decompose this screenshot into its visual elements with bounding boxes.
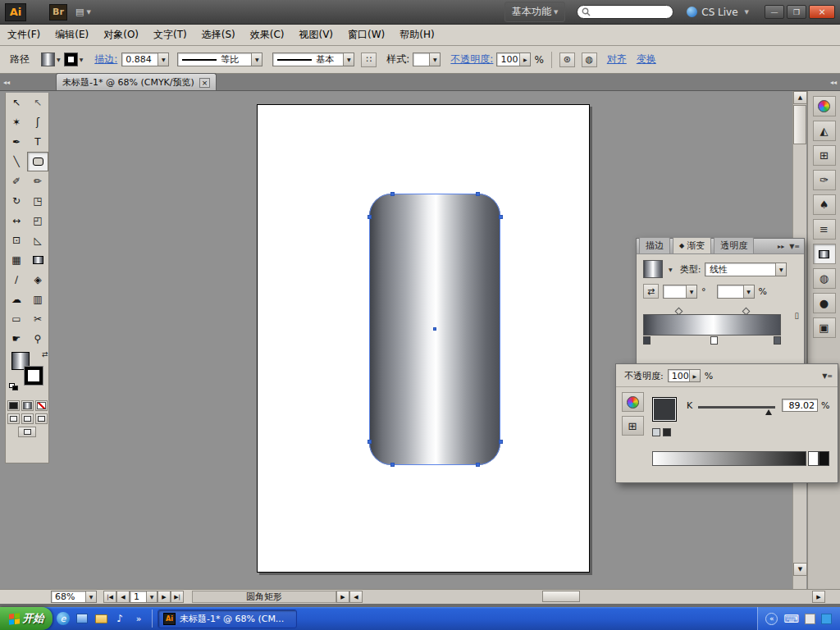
color-panel-icon[interactable] bbox=[813, 96, 836, 116]
line-segment-tool[interactable]: ╲ bbox=[6, 152, 27, 171]
mesh-tool[interactable]: ▦ bbox=[6, 250, 27, 270]
menu-object[interactable]: 对象(O) bbox=[96, 25, 146, 45]
tray-collapse-icon[interactable]: « bbox=[765, 613, 778, 625]
reverse-gradient-icon[interactable]: ⇄ bbox=[643, 284, 659, 299]
scroll-left-icon[interactable]: ◀ bbox=[349, 591, 363, 603]
opacity-spin-icon[interactable]: ▶ bbox=[519, 53, 530, 66]
keyboard-layout-icon[interactable]: ⌨ bbox=[783, 613, 799, 625]
menu-select[interactable]: 选择(S) bbox=[194, 25, 243, 45]
transform-link[interactable]: 变换 bbox=[637, 52, 656, 66]
rotate-tool[interactable]: ↻ bbox=[6, 191, 27, 211]
opacity-input[interactable]: 100 ▶ bbox=[496, 52, 531, 66]
swatches-panel-icon[interactable]: ⊞ bbox=[813, 145, 836, 166]
status-flyout-icon[interactable]: ▶ bbox=[336, 591, 349, 603]
screen-mode-button[interactable] bbox=[18, 427, 36, 437]
symbols-panel-icon[interactable]: ♠ bbox=[813, 194, 836, 215]
type-tool[interactable]: T bbox=[27, 132, 48, 152]
stroke-caret-icon[interactable]: ▼ bbox=[80, 57, 84, 62]
restore-button[interactable]: ❐ bbox=[787, 5, 806, 19]
menu-effect[interactable]: 效果(C) bbox=[243, 25, 292, 45]
k-spectrum-ramp[interactable] bbox=[652, 451, 806, 466]
recolor-artwork-icon[interactable]: ⊛ bbox=[559, 52, 575, 67]
color-panel-menu-icon[interactable]: ▼≡ bbox=[822, 372, 833, 380]
brush-caret-icon[interactable]: ▼ bbox=[343, 53, 354, 66]
anchor-point[interactable] bbox=[499, 215, 503, 219]
gradient-stop-end[interactable] bbox=[774, 336, 781, 345]
internet-explorer-icon[interactable]: e bbox=[55, 610, 71, 627]
panel-menu-icon[interactable]: ▼≡ bbox=[789, 243, 800, 250]
brush-options-icon[interactable]: ∷ bbox=[361, 52, 377, 67]
brush-definition-select[interactable]: 基本 ▼ bbox=[272, 52, 354, 66]
ime-indicator-icon[interactable] bbox=[805, 614, 815, 624]
menu-view[interactable]: 视图(V) bbox=[291, 25, 340, 45]
scroll-down-icon[interactable]: ▼ bbox=[793, 563, 807, 576]
stroke-weight-caret-icon[interactable]: ▼ bbox=[158, 53, 168, 66]
width-profile-caret-icon[interactable]: ▼ bbox=[251, 53, 262, 66]
folder-icon[interactable] bbox=[93, 610, 109, 627]
delete-stop-icon[interactable]: ▯ bbox=[794, 311, 799, 320]
gradient-stop-middle[interactable] bbox=[710, 336, 718, 345]
gradient-type-select[interactable]: 线性 ▼ bbox=[705, 262, 787, 276]
scroll-up-icon[interactable]: ▲ bbox=[793, 91, 807, 104]
menu-type[interactable]: 文字(T) bbox=[146, 25, 194, 45]
zoom-select[interactable]: 68% ▼ bbox=[51, 591, 97, 603]
draw-inside-button[interactable] bbox=[35, 413, 48, 424]
panel-opacity-input[interactable]: 100 ▶ bbox=[668, 369, 701, 382]
anchor-point[interactable] bbox=[368, 215, 372, 219]
k-slider-track[interactable] bbox=[698, 406, 775, 409]
shape-builder-tool[interactable]: ⊡ bbox=[6, 231, 27, 250]
direct-selection-tool[interactable]: ↖ bbox=[27, 93, 48, 112]
none-button[interactable] bbox=[35, 400, 48, 411]
close-button[interactable]: × bbox=[809, 5, 835, 19]
hand-tool[interactable]: ☛ bbox=[6, 329, 27, 349]
menu-file[interactable]: 文件(F) bbox=[0, 25, 48, 45]
start-button[interactable]: 开始 bbox=[0, 607, 52, 630]
free-transform-tool[interactable]: ◰ bbox=[27, 211, 48, 231]
opacity-link[interactable]: 不透明度: bbox=[450, 52, 493, 66]
transparency-panel-icon[interactable]: ◍ bbox=[813, 268, 836, 289]
gradient-angle-input[interactable]: ▼ bbox=[663, 285, 697, 299]
gradient-stop-start[interactable] bbox=[643, 336, 651, 345]
vertical-scroll-thumb[interactable] bbox=[793, 105, 806, 144]
blend-tool[interactable]: ◈ bbox=[27, 270, 48, 290]
aspect-ratio-caret-icon[interactable]: ▼ bbox=[743, 285, 754, 298]
gradient-button[interactable] bbox=[21, 400, 34, 411]
menu-help[interactable]: 帮助(H) bbox=[392, 25, 441, 45]
last-artboard-button[interactable]: ▶| bbox=[171, 591, 184, 603]
gradient-panel-icon[interactable] bbox=[813, 244, 836, 264]
fill-caret-icon[interactable]: ▼ bbox=[57, 57, 61, 62]
anchor-point[interactable] bbox=[390, 192, 395, 196]
selection-tool[interactable]: ↖ bbox=[6, 93, 27, 112]
tab-transparency[interactable]: 透明度 bbox=[714, 237, 754, 253]
bridge-icon[interactable]: Br bbox=[49, 4, 67, 21]
center-point[interactable] bbox=[433, 327, 436, 331]
scroll-right-icon[interactable]: ▶ bbox=[812, 591, 825, 603]
first-artboard-button[interactable]: |◀ bbox=[103, 591, 116, 603]
gradient-angle-caret-icon[interactable]: ▼ bbox=[686, 285, 696, 298]
left-dock-collapse-icon[interactable]: ◂◂ bbox=[3, 79, 10, 86]
aspect-ratio-input[interactable]: ▼ bbox=[717, 285, 755, 299]
cs-live-button[interactable]: CS Live ▼ bbox=[687, 7, 749, 18]
pencil-tool[interactable]: ✏ bbox=[27, 171, 48, 191]
artboard-caret-icon[interactable]: ▼ bbox=[146, 591, 157, 602]
menu-edit[interactable]: 编辑(E) bbox=[48, 25, 96, 45]
document-tab[interactable]: 未标题-1* @ 68% (CMYK/预览) × bbox=[56, 73, 217, 90]
appearance-panel-icon[interactable]: ● bbox=[813, 293, 836, 313]
gradient-swatch[interactable] bbox=[643, 260, 663, 278]
current-color-swatch[interactable] bbox=[652, 397, 677, 422]
anchor-point[interactable] bbox=[476, 463, 480, 467]
panel-expand-icon[interactable]: ▸▸ bbox=[778, 243, 784, 250]
black-well[interactable] bbox=[819, 451, 829, 466]
gradient-type-caret-icon[interactable]: ▼ bbox=[775, 263, 786, 276]
panel-opacity-spin-icon[interactable]: ▶ bbox=[689, 370, 700, 381]
magic-wand-tool[interactable]: ✶ bbox=[6, 112, 27, 132]
right-dock-collapse-icon[interactable]: ◂◂ bbox=[830, 79, 837, 86]
brushes-panel-icon[interactable]: ✑ bbox=[813, 170, 836, 190]
next-artboard-button[interactable]: ▶ bbox=[158, 591, 171, 603]
tab-gradient[interactable]: ◆ 渐变 bbox=[673, 237, 711, 253]
stroke-swatch[interactable] bbox=[64, 52, 78, 66]
style-caret-icon[interactable]: ▼ bbox=[429, 53, 440, 66]
stroke-color-indicator[interactable] bbox=[25, 367, 43, 385]
tab-stroke[interactable]: 描边 bbox=[639, 237, 670, 253]
graphic-styles-panel-icon[interactable]: ▣ bbox=[813, 317, 836, 338]
